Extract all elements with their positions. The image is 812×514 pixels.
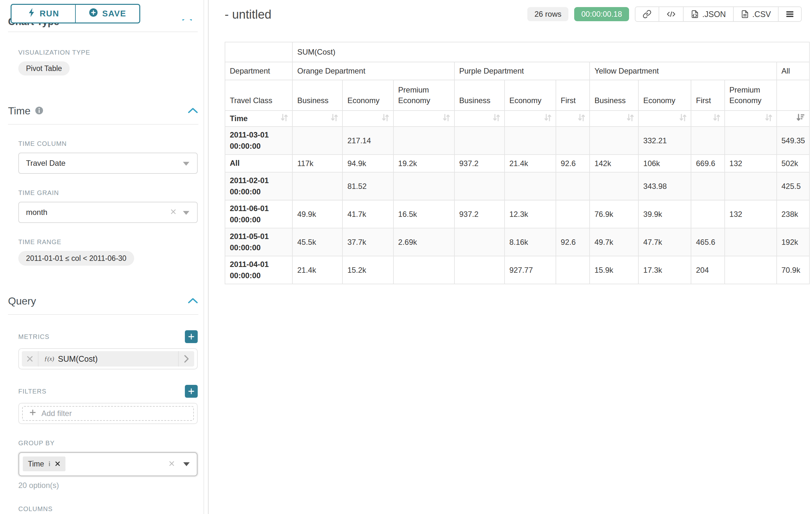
sort-icon — [765, 113, 773, 124]
time-grain-value: month — [26, 208, 48, 217]
value-cell: 937.2 — [455, 200, 504, 228]
value-cell — [504, 127, 556, 155]
row-count-badge: 26 rows — [527, 7, 569, 21]
value-cell: 238k — [777, 200, 809, 228]
collapse-query-section-icon[interactable] — [187, 297, 198, 305]
viz-type-pill[interactable]: Pivot Table — [18, 61, 70, 76]
value-cell: 37.7k — [343, 228, 393, 256]
file-csv-icon — [741, 10, 749, 19]
time-range-pill[interactable]: 2011-01-01 ≤ col < 2011-06-30 — [18, 251, 134, 266]
value-cell: 92.6 — [556, 155, 589, 172]
clear-icon[interactable] — [170, 208, 176, 217]
group-by-select[interactable]: Timei — [18, 452, 198, 477]
value-cell: 927.77 — [504, 256, 556, 284]
department-group-header: Orange Department — [292, 62, 455, 80]
value-cell — [556, 200, 589, 228]
pivot-table-container: SUM(Cost)DepartmentOrange DepartmentPurp… — [225, 42, 812, 284]
metric-pill[interactable]: ƒ(x) SUM(Cost) — [38, 351, 178, 367]
travel-class-header: Economy — [504, 80, 556, 110]
chevron-up-icon[interactable] — [182, 19, 195, 24]
sort-icon — [281, 113, 288, 124]
column-sort-header[interactable] — [725, 110, 777, 127]
travel-class-header: First — [691, 80, 724, 110]
plus-circle-icon — [89, 8, 98, 19]
collapse-time-section-icon[interactable] — [187, 107, 198, 115]
more-menu-button[interactable] — [778, 7, 801, 21]
remove-tag-icon[interactable] — [55, 460, 60, 468]
columns-label: COLUMNS — [18, 505, 198, 513]
value-cell — [691, 127, 724, 155]
value-cell: 192k — [777, 228, 809, 256]
export-json-button[interactable]: .JSON — [683, 7, 733, 21]
sort-icon — [679, 113, 687, 124]
share-link-button[interactable] — [636, 7, 659, 21]
value-cell: 21.4k — [292, 256, 343, 284]
tag-label: Time — [28, 460, 44, 468]
all-column-sort-header[interactable] — [777, 110, 809, 127]
add-metric-button[interactable] — [185, 330, 198, 343]
chevron-right-icon[interactable] — [178, 351, 194, 367]
value-cell — [556, 127, 589, 155]
value-cell — [725, 228, 777, 256]
time-sort-header[interactable]: Time — [225, 110, 292, 127]
remove-metric-icon[interactable] — [22, 351, 38, 367]
value-cell: 49.9k — [292, 200, 343, 228]
value-cell — [394, 127, 455, 155]
value-cell: 17.3k — [638, 256, 691, 284]
time-grain-select[interactable]: month — [18, 202, 198, 223]
value-cell: 92.6 — [556, 228, 589, 256]
sort-icon — [382, 113, 389, 124]
add-filter-button[interactable]: Add filter — [22, 406, 194, 421]
explore-view: Chart Type RUN SAVE — [0, 0, 812, 514]
chart-panel: - untitled 26 rows 00:00:00.18 .JSON — [209, 0, 812, 514]
value-cell: 332.21 — [638, 127, 691, 155]
divider — [8, 124, 198, 125]
department-group-header: Purple Department — [455, 62, 589, 80]
embed-code-button[interactable] — [659, 7, 683, 21]
column-sort-header[interactable] — [556, 110, 589, 127]
value-cell — [589, 127, 638, 155]
run-button[interactable]: RUN — [10, 4, 76, 23]
column-sort-header[interactable] — [292, 110, 343, 127]
value-cell: 70.9k — [777, 256, 809, 284]
export-csv-button[interactable]: .CSV — [733, 7, 778, 21]
value-cell: 49.7k — [589, 228, 638, 256]
divider — [8, 31, 198, 32]
lightning-bolt-icon — [28, 8, 35, 20]
export-json-label: .JSON — [702, 10, 726, 19]
row-header-cell: 2011-05-01 00:00:00 — [225, 228, 292, 256]
value-cell: 502k — [777, 155, 809, 172]
value-cell — [455, 127, 504, 155]
sort-icon — [627, 113, 634, 124]
travel-class-header: Premium Economy — [394, 80, 455, 110]
value-cell: 117k — [292, 155, 343, 172]
value-cell: 81.52 — [343, 172, 393, 200]
column-sort-header[interactable] — [638, 110, 691, 127]
sort-desc-icon — [796, 113, 805, 124]
value-cell — [394, 256, 455, 284]
value-cell — [725, 172, 777, 200]
clear-icon[interactable] — [169, 460, 175, 468]
department-group-header: Yellow Department — [589, 62, 777, 80]
table-row: 2011-05-01 00:00:0045.5k37.7k2.69k8.16k9… — [225, 228, 809, 256]
column-sort-header[interactable] — [504, 110, 556, 127]
column-sort-header[interactable] — [691, 110, 724, 127]
value-cell: 15.2k — [343, 256, 393, 284]
column-sort-header[interactable] — [343, 110, 393, 127]
caret-down-icon — [183, 162, 190, 166]
travel-class-header: Business — [292, 80, 343, 110]
table-row: 2011-02-01 00:00:0081.52343.98425.5 — [225, 172, 809, 200]
sort-icon — [330, 113, 338, 124]
value-cell: 106k — [638, 155, 691, 172]
filters-label: FILTERS — [18, 388, 47, 395]
column-sort-header[interactable] — [455, 110, 504, 127]
group-by-tag[interactable]: Timei — [23, 457, 65, 471]
add-filter-plus-button[interactable] — [185, 385, 198, 398]
caret-down-icon[interactable] — [183, 462, 190, 466]
travel-class-header: Business — [455, 80, 504, 110]
column-sort-header[interactable] — [394, 110, 455, 127]
save-button[interactable]: SAVE — [76, 4, 140, 23]
column-sort-header[interactable] — [589, 110, 638, 127]
time-column-select[interactable]: Travel Date — [18, 153, 198, 174]
row-header-cell: 2011-06-01 00:00:00 — [225, 200, 292, 228]
